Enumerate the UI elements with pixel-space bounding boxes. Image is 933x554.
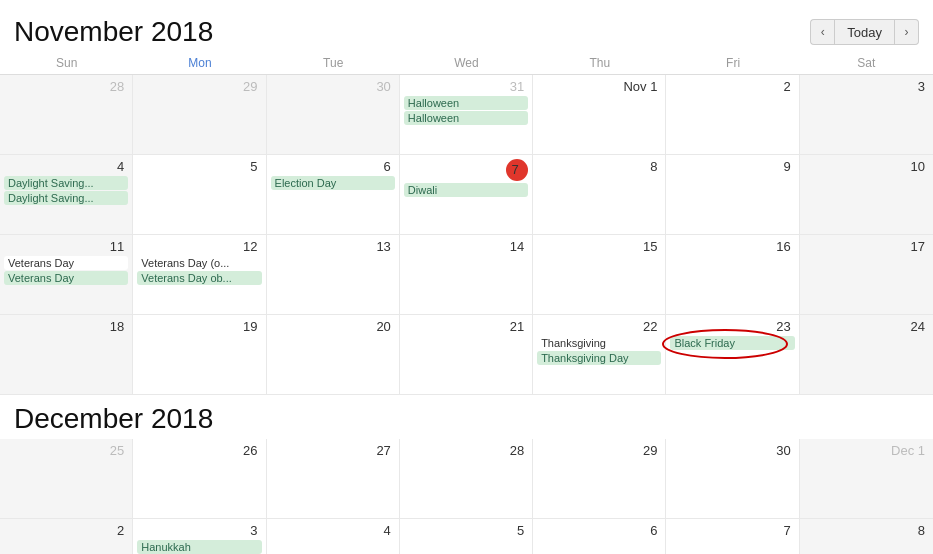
day-cell: 29 [133, 75, 266, 155]
day-cell: 24 [800, 315, 933, 395]
day-cell: 21 [400, 315, 533, 395]
day-cell: 4 Daylight Saving... Daylight Saving... [0, 155, 133, 235]
december-week-2: 2 3 Hanukkah 4 5 6 7 8 [0, 519, 933, 554]
day-cell: 23 Black Friday [666, 315, 799, 395]
day-cell: 10 [800, 155, 933, 235]
header-thu: Thu [533, 52, 666, 74]
day-cell: 26 [133, 439, 266, 519]
day-cell: 4 [267, 519, 400, 554]
event-diwali[interactable]: Diwali [404, 183, 528, 197]
day-cell: 30 [267, 75, 400, 155]
november-week-1: 28 29 30 31 Halloween Halloween Nov 1 2 … [0, 75, 933, 155]
day-cell: 22 Thanksgiving Thanksgiving Day [533, 315, 666, 395]
prev-button[interactable]: ‹ [810, 19, 834, 45]
event-halloween-2[interactable]: Halloween [404, 111, 528, 125]
november-week-3: 11 Veterans Day Veterans Day 12 Veterans… [0, 235, 933, 315]
day-cell: 20 [267, 315, 400, 395]
event-thanksgiving-day[interactable]: Thanksgiving Day [537, 351, 661, 365]
day-cell: 29 [533, 439, 666, 519]
december-week-1: 25 26 27 28 29 30 Dec 1 [0, 439, 933, 519]
day-cell: 6 Election Day [267, 155, 400, 235]
today-button[interactable]: Today [834, 19, 895, 45]
header-wed: Wed [400, 52, 533, 74]
event-thanksgiving-1[interactable]: Thanksgiving [537, 336, 661, 350]
november-week-2: 4 Daylight Saving... Daylight Saving... … [0, 155, 933, 235]
november-title: November 2018 [14, 16, 213, 48]
event-veterans-day-2[interactable]: Veterans Day [4, 271, 128, 285]
day-cell: 28 [400, 439, 533, 519]
header-tue: Tue [267, 52, 400, 74]
calendar-container: November 2018 ‹ Today › Sun Mon Tue Wed … [0, 0, 933, 554]
day-cell: 2 [0, 519, 133, 554]
header-fri: Fri [666, 52, 799, 74]
event-election-day[interactable]: Election Day [271, 176, 395, 190]
day-cell: 14 [400, 235, 533, 315]
day-cell: 3 Hanukkah [133, 519, 266, 554]
day-cell: 2 [666, 75, 799, 155]
day-cell: 19 [133, 315, 266, 395]
day-cell: 27 [267, 439, 400, 519]
day-cell: 11 Veterans Day Veterans Day [0, 235, 133, 315]
event-hanukkah[interactable]: Hanukkah [137, 540, 261, 554]
day-cell: Nov 1 [533, 75, 666, 155]
day-cell: 8 [800, 519, 933, 554]
header-mon: Mon [133, 52, 266, 74]
day-cell: 31 Halloween Halloween [400, 75, 533, 155]
event-dst-1[interactable]: Daylight Saving... [4, 176, 128, 190]
event-veterans-day-obs-1[interactable]: Veterans Day (o... [137, 256, 261, 270]
november-week-4: 18 19 20 21 22 Thanksgiving Thanksgiving… [0, 315, 933, 395]
day-cell: 15 [533, 235, 666, 315]
day-cell: 8 [533, 155, 666, 235]
day-cell: 5 [400, 519, 533, 554]
day-cell: 25 [0, 439, 133, 519]
day-cell: 7 [666, 519, 799, 554]
day-cell: 6 [533, 519, 666, 554]
day-cell: 12 Veterans Day (o... Veterans Day ob... [133, 235, 266, 315]
november-header: November 2018 ‹ Today › [0, 10, 933, 52]
day-cell: 3 [800, 75, 933, 155]
event-halloween-1[interactable]: Halloween [404, 96, 528, 110]
next-button[interactable]: › [895, 19, 919, 45]
day-cell: 7 Diwali [400, 155, 533, 235]
event-veterans-day-obs-2[interactable]: Veterans Day ob... [137, 271, 261, 285]
nav-controls: ‹ Today › [810, 19, 919, 45]
day-cell: 18 [0, 315, 133, 395]
day-cell: 16 [666, 235, 799, 315]
header-sun: Sun [0, 52, 133, 74]
day-cell: 9 [666, 155, 799, 235]
day-cell: 5 [133, 155, 266, 235]
day-cell: Dec 1 [800, 439, 933, 519]
event-veterans-day-1[interactable]: Veterans Day [4, 256, 128, 270]
december-title: December 2018 [0, 395, 933, 439]
day-cell: 17 [800, 235, 933, 315]
header-sat: Sat [800, 52, 933, 74]
event-black-friday[interactable]: Black Friday [670, 336, 794, 350]
event-dst-2[interactable]: Daylight Saving... [4, 191, 128, 205]
day-headers: Sun Mon Tue Wed Thu Fri Sat [0, 52, 933, 75]
day-cell: 28 [0, 75, 133, 155]
day-cell: 13 [267, 235, 400, 315]
day-cell: 30 [666, 439, 799, 519]
